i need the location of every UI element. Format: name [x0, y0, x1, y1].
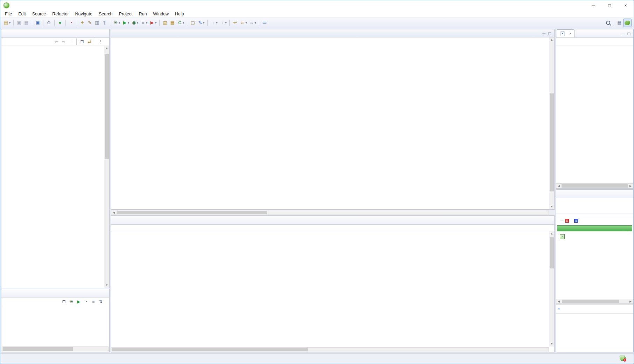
- start-server-icon[interactable]: ▶: [75, 298, 82, 306]
- debug-icon[interactable]: ✳▾: [112, 19, 121, 27]
- errors-icon: ×: [565, 219, 569, 223]
- menu-navigate[interactable]: Navigate: [72, 11, 96, 17]
- minimize-view-icon[interactable]: ─: [620, 30, 626, 37]
- new-package-icon[interactable]: ▦: [169, 19, 176, 27]
- close-button[interactable]: ×: [618, 0, 634, 10]
- navigator-view: ⇦⇨↑⊟⇄⋮ ▲ ▼: [1, 29, 110, 288]
- maximize-button[interactable]: □: [601, 0, 618, 10]
- forward-icon[interactable]: ⇨▾: [248, 19, 257, 27]
- scroll-down-icon[interactable]: ▼: [549, 342, 554, 346]
- green-power-icon[interactable]: ●: [56, 19, 64, 27]
- open-perspective-icon[interactable]: ▦: [616, 19, 623, 27]
- scroll-up-icon[interactable]: ▲: [549, 37, 554, 42]
- scroll-left-icon[interactable]: ◀: [111, 210, 116, 215]
- debug-server-icon[interactable]: ✳: [68, 298, 75, 306]
- new-wizard-icon[interactable]: ▤▾: [2, 19, 12, 27]
- failure-trace-icon: ≡: [557, 306, 560, 312]
- notification-icon[interactable]: [620, 356, 626, 361]
- test-success-icon: [559, 234, 565, 239]
- junit-horizontal-scrollbar[interactable]: ◀ ▶: [556, 299, 633, 304]
- view-menu-icon[interactable]: ⋮: [97, 37, 104, 46]
- close-icon[interactable]: ×: [569, 31, 571, 36]
- console-log[interactable]: [111, 231, 549, 346]
- link-with-editor-icon[interactable]: ▭: [261, 19, 268, 27]
- failure-trace-header: ≡: [556, 304, 633, 314]
- up-icon[interactable]: ↑: [67, 37, 75, 46]
- junit-test-result-row[interactable]: [556, 233, 633, 240]
- new-java-project-icon[interactable]: ▧: [161, 19, 169, 27]
- menu-help[interactable]: Help: [172, 11, 187, 17]
- pilcrow-icon[interactable]: ¶: [101, 19, 108, 27]
- menu-edit[interactable]: Edit: [15, 11, 29, 17]
- stop-icon[interactable]: ■▾: [139, 19, 148, 27]
- scroll-down-icon[interactable]: ▼: [104, 283, 109, 288]
- code-editor[interactable]: ▲ ▼: [111, 37, 555, 210]
- quill-icon[interactable]: ✎: [86, 19, 93, 27]
- tab-outline[interactable]: ×: [557, 29, 574, 37]
- last-edit-location-icon[interactable]: ↩: [231, 19, 239, 27]
- scroll-left-icon[interactable]: ◀: [556, 299, 561, 304]
- coverage-icon[interactable]: ▶▾: [148, 19, 158, 27]
- menu-search[interactable]: Search: [96, 11, 116, 17]
- console-vertical-scrollbar[interactable]: ▲ ▼: [549, 231, 554, 346]
- editor-tab-bar: ─ □: [111, 29, 555, 37]
- profile-server-icon[interactable]: ◔: [82, 298, 90, 306]
- scroll-left-icon[interactable]: ◀: [556, 184, 561, 189]
- console-status-line: [111, 225, 554, 231]
- console-horizontal-scrollbar[interactable]: [111, 347, 549, 352]
- menu-project[interactable]: Project: [116, 11, 136, 17]
- junit-view: × × ◀ ▶ ≡: [556, 189, 634, 352]
- junit-success-bar: [557, 225, 632, 231]
- menu-window[interactable]: Window: [150, 11, 172, 17]
- scroll-right-icon[interactable]: ▶: [628, 184, 633, 189]
- new-class-icon[interactable]: C▾: [176, 19, 185, 27]
- navigator-vertical-scrollbar[interactable]: ▲ ▼: [104, 46, 109, 288]
- stop-server-icon[interactable]: ■: [90, 298, 97, 306]
- next-annotation-icon[interactable]: ↓▾: [218, 19, 228, 27]
- skip-breakpoints-icon[interactable]: ⊘: [45, 19, 53, 27]
- back-icon[interactable]: ⇦▾: [239, 19, 248, 27]
- main-toolbar: ▤▾▣▦▣⊘●◔✦✎▥¶✳▾▶▾◉▾■▾▶▾▧▦C▾▢✎▾↑▾↓▾↩⇦▾⇨▾▭ …: [0, 18, 634, 28]
- link-with-editor-icon[interactable]: ⇄: [86, 37, 93, 46]
- back-icon[interactable]: ⇦: [53, 37, 60, 46]
- servers-horizontal-scrollbar[interactable]: [2, 346, 109, 351]
- scroll-down-icon[interactable]: ▼: [549, 204, 554, 209]
- open-type-icon[interactable]: ▢: [189, 19, 196, 27]
- minimize-view-icon[interactable]: ─: [541, 30, 546, 37]
- console-view: ▲ ▼: [111, 215, 555, 352]
- scroll-up-icon[interactable]: ▲: [549, 231, 554, 236]
- console-view-icon[interactable]: ▣: [34, 19, 41, 27]
- forward-icon[interactable]: ⇨: [60, 37, 67, 46]
- scroll-right-icon[interactable]: ▶: [628, 299, 633, 304]
- editor-horizontal-scrollbar[interactable]: ◀: [111, 210, 549, 215]
- junit-runs-row: × ×: [556, 217, 633, 224]
- save-all-icon[interactable]: ▦: [23, 19, 30, 27]
- profile-icon[interactable]: ◉▾: [130, 19, 139, 27]
- search-icon[interactable]: [604, 19, 612, 27]
- outline-icon: [560, 31, 565, 36]
- collapse-all-icon[interactable]: ⊟: [78, 37, 86, 46]
- outline-horizontal-scrollbar[interactable]: ◀ ▶: [556, 183, 633, 188]
- prev-annotation-icon[interactable]: ↑▾: [209, 19, 218, 27]
- maximize-view-icon[interactable]: □: [547, 30, 552, 37]
- publish-icon[interactable]: ⇅: [97, 298, 104, 306]
- failures-icon: ×: [574, 219, 578, 223]
- spring-perspective-icon[interactable]: [623, 19, 632, 27]
- minimize-button[interactable]: ─: [585, 0, 601, 10]
- red-clock-icon[interactable]: ◔: [68, 19, 75, 27]
- menu-bar: FileEditSourceRefactorNavigateSearchProj…: [0, 10, 634, 18]
- save-icon[interactable]: ▣: [15, 19, 23, 27]
- search-menu-icon[interactable]: ✎▾: [196, 19, 205, 27]
- run-icon[interactable]: ▶▾: [121, 19, 130, 27]
- key-icon[interactable]: ✦: [79, 19, 86, 27]
- table-icon[interactable]: ▥: [93, 19, 101, 27]
- menu-file[interactable]: File: [2, 11, 15, 17]
- menu-source[interactable]: Source: [29, 11, 49, 17]
- maximize-view-icon[interactable]: □: [626, 30, 632, 37]
- collapse-all-icon[interactable]: ⊟: [60, 298, 68, 306]
- scroll-up-icon[interactable]: ▲: [104, 46, 109, 51]
- title-bar: ─□×: [0, 0, 634, 10]
- menu-run[interactable]: Run: [135, 11, 150, 17]
- menu-refactor[interactable]: Refactor: [49, 11, 72, 17]
- editor-vertical-scrollbar[interactable]: ▲ ▼: [549, 37, 554, 209]
